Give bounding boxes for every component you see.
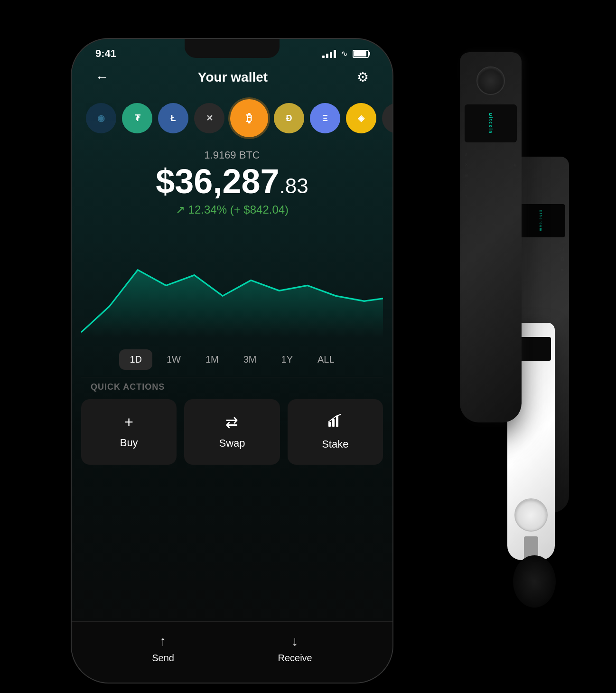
buy-label: Buy [120,437,138,449]
time-filter-1y[interactable]: 1Y [271,349,303,370]
chart-container [72,219,392,342]
ledger-nano-x: Bitcoin ∧⬡ ✕◉ ⊞□ +↗ ∨□ [460,52,522,422]
quick-actions-label: QUICK ACTIONS [72,377,392,399]
bottom-nav: ↑ Send ↓ Receive [72,621,392,683]
send-icon: ↑ [160,634,167,649]
nx-ctrl-4: +↗ [465,183,517,188]
chart-fill [81,270,383,337]
phone: 9:41 ∿ ← Your wallet [71,38,393,684]
back-button[interactable]: ← [95,70,109,85]
price-section: 1.9169 BTC $36,287.83 ↗ 12.34% (+ $842.0… [72,144,392,219]
coin-partial[interactable]: ◉ [86,103,116,133]
price-change: ↗ 12.34% (+ $842.04) [91,203,373,216]
nano-back-screen: Ethereum [516,204,565,237]
nx-ctrl-3: ⊞□ [465,173,517,178]
control-row-6: ∨□ [517,297,564,302]
nx-ctrl-1: ∧⬡ [465,152,517,157]
coin-algo[interactable]: A [382,103,392,133]
nano-x-screen-text: Bitcoin [488,113,493,134]
app-header: ← Your wallet ⚙ [72,60,392,92]
coin-ltc[interactable]: Ł [158,103,188,133]
scene: Ethereum ∧⬡ ◉B ✕◉ ⊞□ +↗ ∨□ [47,14,569,679]
settings-button[interactable]: ⚙ [357,69,369,85]
time-filter-1m[interactable]: 1M [195,349,229,370]
nx-ctrl-2: ✕◉ [465,162,517,167]
phone-notch [185,39,280,58]
nano-back-screen-text: Ethereum [539,210,542,232]
nano-back-controls: ∧⬡ ◉B ✕◉ ⊞□ +↗ ∨□ [517,247,564,302]
time-filters: 1D 1W 1M 3M 1Y ALL [72,342,392,377]
nano-x-controls: ∧⬡ ✕◉ ⊞□ +↗ ∨□ [465,152,517,198]
price-main: $36,287.83 [91,164,373,198]
price-chart [81,228,383,337]
coin-eth[interactable]: Ξ [310,103,340,133]
header-title: Your wallet [198,70,268,85]
stake-icon [327,413,343,432]
control-row-4: ⊞□ [517,277,564,282]
nano-x-button[interactable] [476,66,505,95]
coin-btc[interactable]: ₿ [230,99,268,137]
coins-row: ◉ ₮ Ł ✕ ₿ Ð Ξ ◈ A [72,92,392,144]
swap-icon: ⇄ [225,413,238,431]
signal-icon [322,49,336,58]
battery-icon [353,50,369,58]
svg-rect-1 [332,419,335,427]
phone-screen: 9:41 ∿ ← Your wallet [72,39,392,683]
receive-label: Receive [278,653,312,664]
swap-button[interactable]: ⇄ Swap [184,399,280,465]
quick-actions-row: + Buy ⇄ Swap Sta [72,399,392,465]
price-cents: .83 [280,174,308,197]
control-row-5: +↗ [517,287,564,292]
coin-bnb[interactable]: ◈ [346,103,376,133]
nano-x-screen: Bitcoin [465,104,517,142]
control-row-2: ◉B [517,257,564,262]
time-filter-1w[interactable]: 1W [156,349,191,370]
time-filter-all[interactable]: ALL [307,349,345,370]
swap-label: Swap [219,437,245,450]
control-row-3: ✕◉ [517,267,564,272]
nx-ctrl-5: ∨□ [465,194,517,198]
buy-button[interactable]: + Buy [81,399,177,465]
nano-s-cap [513,555,556,608]
status-icons: ∿ [322,48,369,59]
send-nav-item[interactable]: ↑ Send [152,634,174,664]
status-time: 9:41 [95,47,116,60]
receive-nav-item[interactable]: ↓ Receive [278,634,312,664]
nano-s-button[interactable] [514,498,548,532]
btc-amount: 1.9169 BTC [91,149,373,161]
send-label: Send [152,653,174,664]
nano-x-body: Bitcoin ∧⬡ ✕◉ ⊞□ +↗ ∨□ [460,52,522,422]
price-dollars: $36,287 [156,162,279,200]
stake-label: Stake [322,438,348,450]
wifi-icon: ∿ [341,48,348,59]
svg-rect-0 [328,422,331,427]
time-filter-3m[interactable]: 3M [233,349,267,370]
receive-icon: ↓ [292,634,299,649]
buy-icon: + [124,413,133,431]
svg-rect-2 [336,416,338,427]
stake-chart-icon [327,413,343,429]
coin-usdt[interactable]: ₮ [122,103,152,133]
coin-doge[interactable]: Ð [274,103,304,133]
control-row-1: ∧⬡ [517,247,564,252]
coin-xrp[interactable]: ✕ [194,103,224,133]
stake-button[interactable]: Stake [288,399,383,465]
time-filter-1d[interactable]: 1D [119,349,152,370]
